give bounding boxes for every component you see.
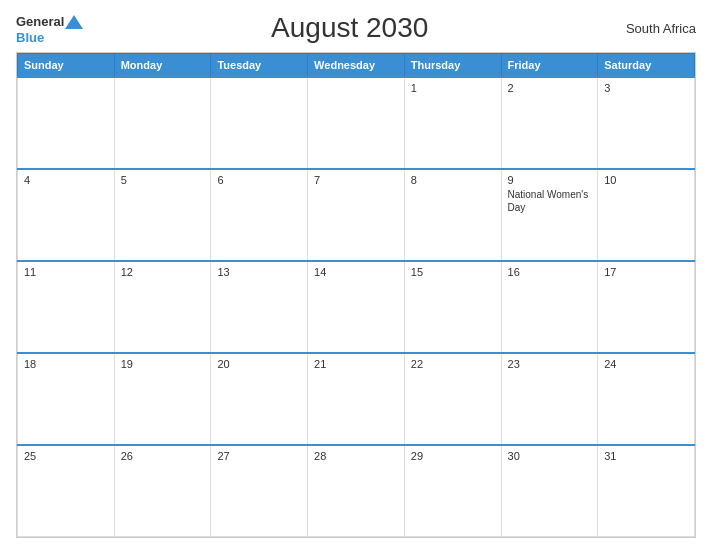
calendar-cell: 20 [211, 353, 308, 445]
day-number: 9 [508, 174, 592, 186]
header: General Blue August 2030 South Africa [16, 12, 696, 44]
day-number: 26 [121, 450, 205, 462]
header-tuesday: Tuesday [211, 54, 308, 78]
calendar-cell: 28 [308, 445, 405, 537]
day-number: 16 [508, 266, 592, 278]
calendar-cell [18, 77, 115, 169]
day-number: 29 [411, 450, 495, 462]
logo-general: General [16, 15, 64, 28]
page: General Blue August 2030 South Africa Su… [0, 0, 712, 550]
header-wednesday: Wednesday [308, 54, 405, 78]
day-number: 19 [121, 358, 205, 370]
calendar-cell: 19 [114, 353, 211, 445]
calendar-cell: 27 [211, 445, 308, 537]
day-number: 22 [411, 358, 495, 370]
calendar-cell: 8 [404, 169, 501, 261]
day-number: 13 [217, 266, 301, 278]
country-label: South Africa [616, 21, 696, 36]
calendar-week-row: 11121314151617 [18, 261, 695, 353]
day-number: 31 [604, 450, 688, 462]
day-number: 24 [604, 358, 688, 370]
event-label: National Women's Day [508, 188, 592, 214]
header-thursday: Thursday [404, 54, 501, 78]
calendar-cell: 11 [18, 261, 115, 353]
calendar-cell: 3 [598, 77, 695, 169]
day-number: 4 [24, 174, 108, 186]
calendar-cell: 2 [501, 77, 598, 169]
calendar-cell: 13 [211, 261, 308, 353]
calendar-cell: 10 [598, 169, 695, 261]
calendar-cell: 9National Women's Day [501, 169, 598, 261]
calendar-cell: 30 [501, 445, 598, 537]
day-number: 20 [217, 358, 301, 370]
day-number: 8 [411, 174, 495, 186]
calendar-cell: 12 [114, 261, 211, 353]
day-number: 23 [508, 358, 592, 370]
day-number: 11 [24, 266, 108, 278]
calendar-cell [114, 77, 211, 169]
day-number: 7 [314, 174, 398, 186]
calendar: Sunday Monday Tuesday Wednesday Thursday… [16, 52, 696, 538]
day-number: 21 [314, 358, 398, 370]
day-number: 6 [217, 174, 301, 186]
day-number: 1 [411, 82, 495, 94]
calendar-cell: 21 [308, 353, 405, 445]
day-number: 15 [411, 266, 495, 278]
day-number: 10 [604, 174, 688, 186]
calendar-cell: 16 [501, 261, 598, 353]
calendar-week-row: 18192021222324 [18, 353, 695, 445]
day-number: 3 [604, 82, 688, 94]
calendar-cell: 22 [404, 353, 501, 445]
calendar-cell: 4 [18, 169, 115, 261]
header-friday: Friday [501, 54, 598, 78]
calendar-cell: 25 [18, 445, 115, 537]
calendar-cell: 6 [211, 169, 308, 261]
calendar-cell: 31 [598, 445, 695, 537]
header-saturday: Saturday [598, 54, 695, 78]
calendar-cell: 18 [18, 353, 115, 445]
day-number: 18 [24, 358, 108, 370]
day-number: 17 [604, 266, 688, 278]
calendar-cell: 23 [501, 353, 598, 445]
day-number: 5 [121, 174, 205, 186]
header-sunday: Sunday [18, 54, 115, 78]
logo: General Blue [16, 13, 83, 44]
day-number: 27 [217, 450, 301, 462]
calendar-cell: 15 [404, 261, 501, 353]
calendar-cell: 14 [308, 261, 405, 353]
logo-triangle-icon [65, 13, 83, 31]
calendar-cell [211, 77, 308, 169]
day-number: 14 [314, 266, 398, 278]
calendar-week-row: 456789National Women's Day10 [18, 169, 695, 261]
calendar-week-row: 25262728293031 [18, 445, 695, 537]
calendar-week-row: 123 [18, 77, 695, 169]
header-monday: Monday [114, 54, 211, 78]
day-number: 2 [508, 82, 592, 94]
calendar-title: August 2030 [83, 12, 616, 44]
calendar-cell: 7 [308, 169, 405, 261]
calendar-cell [308, 77, 405, 169]
day-number: 28 [314, 450, 398, 462]
logo-blue: Blue [16, 31, 44, 44]
calendar-cell: 1 [404, 77, 501, 169]
calendar-cell: 24 [598, 353, 695, 445]
day-number: 25 [24, 450, 108, 462]
svg-marker-0 [65, 15, 83, 29]
calendar-header-row: Sunday Monday Tuesday Wednesday Thursday… [18, 54, 695, 78]
calendar-cell: 29 [404, 445, 501, 537]
calendar-cell: 17 [598, 261, 695, 353]
calendar-cell: 5 [114, 169, 211, 261]
calendar-cell: 26 [114, 445, 211, 537]
day-number: 12 [121, 266, 205, 278]
day-number: 30 [508, 450, 592, 462]
